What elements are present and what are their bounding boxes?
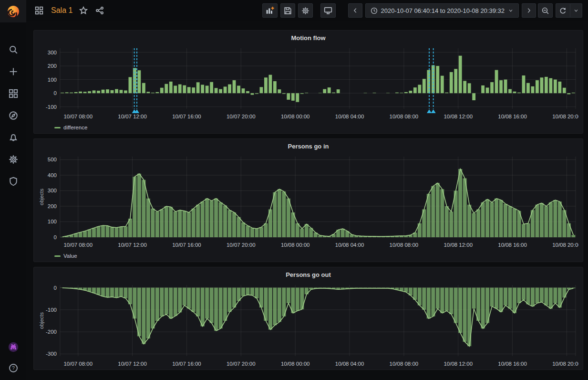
- svg-text:10/07 12:00: 10/07 12:00: [118, 361, 147, 367]
- svg-text:10/08 20:00: 10/08 20:00: [552, 242, 578, 248]
- svg-text:10/08 08:00: 10/08 08:00: [390, 361, 419, 367]
- svg-text:10/07 16:00: 10/07 16:00: [172, 361, 201, 367]
- dashboard-settings-button[interactable]: [298, 3, 313, 18]
- user-avatar[interactable]: [8, 342, 19, 352]
- legend-swatch: [54, 255, 61, 257]
- svg-text:10/07 16:00: 10/07 16:00: [172, 114, 201, 119]
- svg-text:400: 400: [48, 172, 57, 178]
- save-dashboard-button[interactable]: [280, 3, 295, 18]
- svg-text:10/08 12:00: 10/08 12:00: [444, 242, 473, 248]
- dashboard-content: Motion flow 3002001000-10010/07 08:0010/…: [26, 21, 588, 380]
- refresh-split-button: [556, 3, 582, 18]
- svg-text:10/08 12:00: 10/08 12:00: [444, 361, 473, 367]
- time-range-picker[interactable]: 2020-10-07 06:40:14 to 2020-10-08 20:39:…: [365, 3, 519, 18]
- sidebar: ?: [0, 0, 26, 380]
- svg-text:10/08 08:00: 10/08 08:00: [390, 242, 419, 248]
- legend-label: Value: [63, 253, 77, 259]
- clock-icon: [371, 7, 378, 14]
- sidebar-menu: [8, 44, 19, 187]
- grafana-logo-icon: [7, 5, 20, 18]
- svg-text:?: ?: [12, 365, 15, 371]
- explore-compass-icon[interactable]: [8, 110, 19, 121]
- svg-text:10/08 20:00: 10/08 20:00: [552, 361, 578, 367]
- svg-text:10/08 12:00: 10/08 12:00: [444, 114, 473, 119]
- svg-text:100: 100: [48, 219, 57, 224]
- chevron-down-icon: [508, 8, 514, 13]
- svg-text:10/07 20:00: 10/07 20:00: [227, 114, 256, 119]
- svg-text:objects: objects: [39, 312, 44, 329]
- svg-text:10/08 00:00: 10/08 00:00: [281, 361, 310, 367]
- time-shift-forward-button[interactable]: [522, 3, 536, 18]
- legend-item-difference[interactable]: difference: [38, 122, 578, 133]
- legend-swatch: [54, 127, 61, 128]
- grafana-logo[interactable]: [0, 0, 26, 22]
- legend-item-value[interactable]: Value: [38, 251, 578, 261]
- svg-text:objects: objects: [39, 189, 44, 205]
- svg-text:10/08 04:00: 10/08 04:00: [335, 242, 364, 248]
- dashboard-toolbar: 2020-10-07 06:40:14 to 2020-10-08 20:39:…: [262, 3, 583, 18]
- svg-text:200: 200: [48, 203, 57, 209]
- legend-label: difference: [63, 125, 87, 130]
- svg-text:10/07 08:00: 10/07 08:00: [63, 361, 93, 367]
- svg-text:10/07 08:00: 10/07 08:00: [63, 114, 93, 119]
- svg-text:300: 300: [48, 50, 57, 55]
- create-plus-icon[interactable]: [8, 66, 19, 77]
- help-icon[interactable]: ?: [8, 363, 19, 373]
- svg-text:10/08 04:00: 10/08 04:00: [335, 114, 364, 119]
- svg-text:-300: -300: [46, 351, 57, 357]
- svg-text:10/08 00:00: 10/08 00:00: [281, 242, 310, 248]
- panel-title[interactable]: Persons go in: [38, 141, 578, 153]
- svg-text:-200: -200: [46, 329, 57, 335]
- svg-text:10/07 20:00: 10/07 20:00: [227, 242, 256, 248]
- svg-text:10/08 00:00: 10/08 00:00: [281, 114, 310, 119]
- main-area: Sala 1: [26, 0, 588, 380]
- cycle-view-mode-button[interactable]: [320, 3, 336, 18]
- svg-text:300: 300: [48, 188, 57, 193]
- panel-title[interactable]: Motion flow: [38, 33, 578, 44]
- svg-text:0: 0: [54, 234, 57, 240]
- svg-text:10/08 20:00: 10/08 20:00: [552, 114, 578, 119]
- add-panel-button[interactable]: [262, 3, 278, 18]
- alerting-bell-icon[interactable]: [8, 132, 19, 143]
- svg-text:10/07 12:00: 10/07 12:00: [118, 114, 147, 119]
- panel-motion-flow: Motion flow 3002001000-10010/07 08:0010/…: [33, 30, 583, 134]
- svg-text:10/08 04:00: 10/08 04:00: [335, 361, 364, 367]
- dashboards-grid-icon[interactable]: [8, 88, 19, 99]
- svg-text:10/07 16:00: 10/07 16:00: [172, 242, 201, 248]
- star-icon[interactable]: [78, 5, 89, 16]
- persons-go-in-chart[interactable]: 500400300200100010/07 08:0010/07 12:0010…: [38, 153, 578, 251]
- zoom-out-button[interactable]: [538, 3, 553, 18]
- refresh-button[interactable]: [556, 3, 570, 18]
- configuration-gear-icon[interactable]: [8, 154, 19, 165]
- svg-text:-100: -100: [46, 104, 57, 110]
- sidebar-bottom: ?: [8, 342, 19, 380]
- share-icon[interactable]: [94, 5, 105, 16]
- svg-text:10/08 16:00: 10/08 16:00: [498, 114, 527, 119]
- svg-text:10/08 16:00: 10/08 16:00: [498, 361, 527, 367]
- persons-go-out-chart[interactable]: 0-100-200-30010/07 08:0010/07 12:0010/07…: [38, 281, 578, 369]
- panel-title[interactable]: Persons go out: [38, 270, 578, 281]
- svg-text:200: 200: [48, 63, 57, 69]
- svg-text:0: 0: [54, 90, 57, 96]
- app-root: ? Sala 1: [0, 0, 588, 380]
- dashboard-grid-icon[interactable]: [34, 5, 44, 16]
- motion-flow-chart[interactable]: 3002001000-10010/07 08:0010/07 12:0010/0…: [38, 44, 578, 122]
- search-icon[interactable]: [8, 44, 19, 55]
- panel-persons-go-out: Persons go out 0-100-200-30010/07 08:001…: [33, 267, 583, 370]
- dashboard-title[interactable]: Sala 1: [51, 6, 72, 15]
- server-admin-shield-icon[interactable]: [8, 176, 19, 187]
- svg-text:500: 500: [48, 157, 57, 162]
- breadcrumb: Sala 1: [34, 5, 105, 16]
- svg-text:100: 100: [48, 77, 57, 83]
- top-navbar: Sala 1: [26, 0, 588, 21]
- svg-text:0: 0: [54, 285, 57, 291]
- svg-text:10/07 20:00: 10/07 20:00: [227, 361, 256, 367]
- svg-text:10/08 08:00: 10/08 08:00: [390, 114, 419, 119]
- panel-persons-go-in: Persons go in 500400300200100010/07 08:0…: [33, 138, 583, 262]
- time-shift-back-button[interactable]: [348, 3, 362, 18]
- svg-text:10/07 08:00: 10/07 08:00: [63, 242, 93, 248]
- svg-text:10/07 12:00: 10/07 12:00: [118, 242, 147, 248]
- svg-text:-100: -100: [46, 307, 57, 313]
- refresh-interval-dropdown[interactable]: [570, 3, 582, 18]
- svg-text:10/08 16:00: 10/08 16:00: [498, 242, 527, 248]
